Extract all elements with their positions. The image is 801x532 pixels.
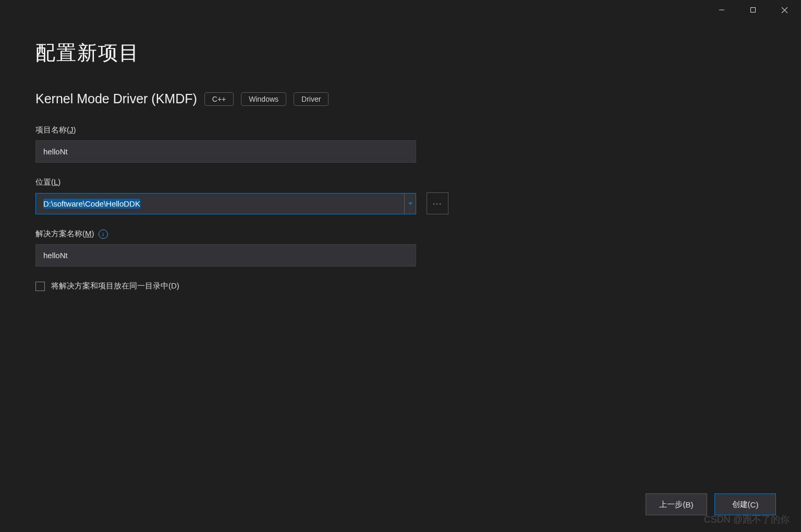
create-button[interactable]: 创建(C) [714, 493, 776, 515]
footer-buttons: 上一步(B) 创建(C) [646, 493, 776, 515]
browse-button[interactable]: ... [427, 192, 448, 214]
location-input[interactable]: D:\software\Code\HelloDDK [36, 194, 404, 214]
titlebar [0, 0, 801, 20]
template-info: Kernel Mode Driver (KMDF) C++ Windows Dr… [35, 91, 766, 106]
back-button[interactable]: 上一步(B) [646, 493, 707, 515]
same-directory-checkbox[interactable] [35, 282, 45, 291]
maximize-button[interactable] [739, 1, 767, 19]
location-combobox[interactable]: D:\software\Code\HelloDDK [35, 193, 416, 214]
solution-name-label: 解决方案名称(M) i [35, 229, 766, 239]
project-name-label: 项目名称(J) [35, 125, 766, 135]
info-icon[interactable]: i [99, 229, 108, 239]
location-dropdown-arrow[interactable] [404, 194, 416, 214]
svg-rect-1 [751, 8, 756, 13]
page-title: 配置新项目 [35, 40, 766, 66]
main-content: 配置新项目 Kernel Mode Driver (KMDF) C++ Wind… [0, 20, 801, 291]
project-name-input[interactable] [35, 140, 416, 163]
template-name: Kernel Mode Driver (KMDF) [35, 91, 197, 106]
solution-name-input[interactable] [35, 244, 416, 267]
watermark: CSDN @跑不了的你 [704, 513, 790, 526]
svg-marker-4 [408, 202, 412, 205]
tag-windows: Windows [241, 92, 286, 106]
minimize-button[interactable] [708, 1, 735, 19]
close-button[interactable] [771, 1, 798, 19]
tag-driver: Driver [294, 92, 329, 106]
location-label: 位置(L) [35, 177, 766, 187]
same-directory-label: 将解决方案和项目放在同一目录中(D) [51, 281, 179, 291]
tag-cpp: C++ [204, 92, 234, 106]
same-directory-row: 将解决方案和项目放在同一目录中(D) [35, 281, 766, 291]
